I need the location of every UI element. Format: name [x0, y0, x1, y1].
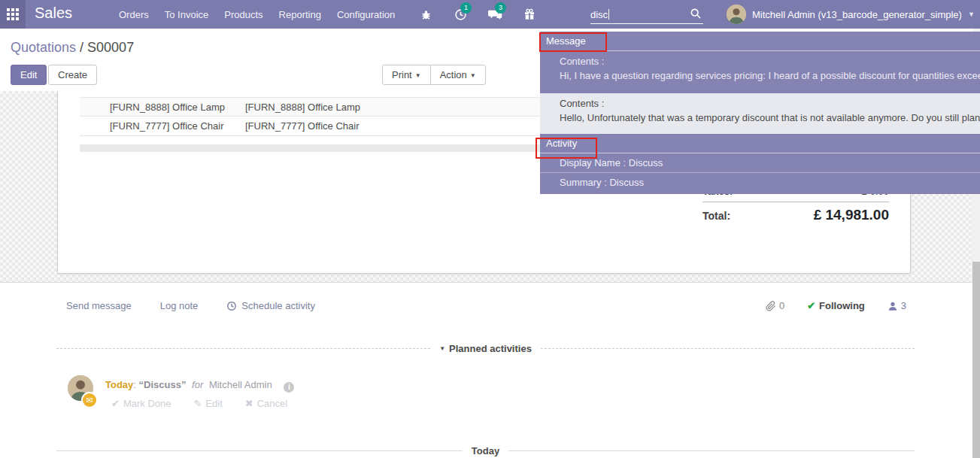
total-label: Total: — [702, 210, 730, 222]
activity-count-badge: 1 — [460, 2, 472, 14]
activities-systray-button[interactable]: 1 — [453, 7, 468, 22]
divider-line — [508, 450, 915, 451]
search-autocomplete-dropdown: Message Contents : Hi, I have a question… — [540, 32, 980, 194]
menu-orders[interactable]: Orders — [119, 9, 149, 20]
breadcrumb: Quotations / S00007 — [11, 40, 134, 56]
user-avatar — [727, 5, 746, 24]
following-button[interactable]: ✔ Following — [807, 300, 865, 311]
check-icon: ✔ — [807, 300, 815, 311]
search-icon[interactable] — [690, 8, 702, 20]
print-dropdown-button[interactable]: Print▼ — [382, 65, 431, 85]
result-field-label: Contents : — [560, 98, 980, 109]
info-icon[interactable]: i — [284, 382, 294, 393]
edit-activity-button[interactable]: ✎Edit — [193, 398, 222, 409]
menu-to-invoice[interactable]: To Invoice — [165, 9, 209, 20]
order-line-product[interactable]: [FURN_8888] Office Lamp — [80, 98, 245, 116]
messages-systray-button[interactable]: 3 — [487, 7, 502, 22]
search-input-value: disc — [590, 9, 608, 20]
send-message-button[interactable]: Send message — [66, 300, 132, 311]
search-result-activity-2[interactable]: Summary : Discuss — [540, 173, 980, 193]
menu-products[interactable]: Products — [224, 9, 262, 20]
attachment-count: 0 — [779, 300, 784, 311]
activity-assignee: Mitchell Admin — [209, 379, 272, 390]
cross-icon: ✖ — [245, 398, 253, 409]
chatter-toolbar: Send message Log note Schedule activity … — [66, 300, 906, 311]
schedule-activity-button[interactable]: Schedule activity — [226, 300, 315, 311]
paperclip-icon — [766, 301, 776, 311]
chatter-right-tools: 0 ✔ Following 3 — [766, 300, 906, 311]
pencil-icon: ✎ — [193, 398, 202, 409]
total-value: £ 14,981.00 — [814, 207, 889, 223]
breadcrumb-current: S00007 — [87, 40, 134, 55]
email-activity-badge: ✉ — [81, 392, 98, 408]
activity-name: “Discuss” — [139, 379, 187, 390]
result-text: Hello, Unfortunately that was a temporar… — [560, 112, 980, 123]
divider-line — [56, 450, 463, 451]
order-line-product[interactable]: [FURN_7777] Office Chair — [80, 117, 245, 135]
user-menu[interactable]: Mitchell Admin (v13_barcode_generator_si… — [727, 0, 975, 29]
nav-menu-bar: Orders To Invoice Products Reporting Con… — [119, 0, 395, 29]
top-navbar: Sales Orders To Invoice Products Reporti… — [0, 0, 980, 29]
odoo-sales-screen: Sales Orders To Invoice Products Reporti… — [0, 0, 980, 458]
systray-icons: 1 3 — [418, 0, 537, 29]
check-icon: ✔ — [111, 398, 120, 409]
planned-activities-divider: ▼Planned activities — [56, 343, 915, 354]
apps-menu-button[interactable] — [0, 0, 26, 29]
cancel-activity-button[interactable]: ✖Cancel — [245, 398, 287, 409]
mark-done-button[interactable]: ✔Mark Done — [111, 398, 171, 409]
today-divider: Today — [56, 445, 915, 456]
search-section-message: Message — [540, 32, 980, 51]
print-action-group: Print▼ Action▼ — [382, 65, 486, 85]
gift-systray-button[interactable] — [522, 7, 537, 22]
scrollbar-thumb[interactable] — [972, 262, 980, 458]
chevron-down-icon: ▼ — [470, 72, 476, 79]
search-result-message-2[interactable]: Contents : Hello, Unfortunately that was… — [540, 93, 980, 134]
debug-bug-icon[interactable] — [418, 7, 433, 22]
envelope-icon: ✉ — [86, 396, 93, 405]
user-name: Mitchell Admin (v13_barcode_generator_si… — [752, 9, 962, 20]
breadcrumb-separator: / — [76, 40, 87, 55]
search-result-message-1[interactable]: Contents : Hi, I have a question regardi… — [540, 51, 980, 93]
menu-reporting[interactable]: Reporting — [279, 9, 321, 20]
gift-icon — [523, 8, 536, 20]
divider-line — [541, 348, 915, 349]
log-note-button[interactable]: Log note — [160, 300, 199, 311]
triangle-down-icon: ▼ — [439, 345, 445, 352]
message-count-badge: 3 — [495, 2, 506, 14]
menu-configuration[interactable]: Configuration — [337, 9, 395, 20]
text-cursor — [608, 9, 609, 20]
result-field-label: Contents : — [560, 56, 980, 67]
followers-button[interactable]: 3 — [887, 300, 906, 311]
divider-line — [56, 348, 430, 349]
clock-icon — [226, 301, 237, 311]
action-dropdown-button[interactable]: Action▼ — [430, 65, 486, 85]
bug-icon — [420, 9, 432, 20]
create-button[interactable]: Create — [48, 65, 97, 85]
breadcrumb-quotations-link[interactable]: Quotations — [11, 40, 76, 55]
activity-due-date: Today — [105, 379, 133, 390]
person-icon — [887, 301, 898, 311]
edit-button[interactable]: Edit — [11, 65, 47, 85]
app-name[interactable]: Sales — [35, 5, 72, 22]
chevron-down-icon: ▼ — [415, 72, 421, 79]
apps-grid-icon — [7, 8, 19, 20]
total-line: Total: £ 14,981.00 — [702, 202, 889, 225]
today-divider-label: Today — [472, 445, 499, 456]
activity-actions: ✔Mark Done ✎Edit ✖Cancel — [111, 398, 287, 409]
result-text: Hi, I have a question regarding services… — [560, 70, 980, 81]
attachments-button[interactable]: 0 — [766, 300, 784, 311]
chatter: Send message Log note Schedule activity … — [0, 282, 980, 458]
planned-activities-toggle[interactable]: ▼Planned activities — [439, 343, 532, 354]
search-input[interactable]: disc — [590, 5, 703, 24]
follower-count: 3 — [901, 300, 906, 311]
search-section-activity: Activity — [540, 134, 980, 153]
search-result-activity-1[interactable]: Display Name : Discuss — [540, 153, 980, 173]
chevron-down-icon: ▼ — [968, 11, 975, 18]
planned-activity-summary: Today: “Discuss” for Mitchell Admin i — [105, 379, 294, 393]
activity-for-word: for — [192, 379, 203, 390]
